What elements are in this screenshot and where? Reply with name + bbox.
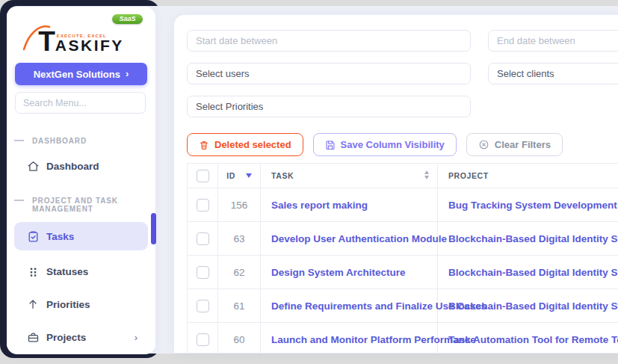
- task-table-body: 156Sales report makingBug Tracking Syste…: [188, 188, 618, 354]
- task-link[interactable]: Launch and Monitor Platform Performance: [271, 334, 476, 345]
- table-actions-row: Deleted selected Save Column Visibility …: [187, 133, 618, 156]
- taskify-app-screenshot: { "brand": { "tagline": "EXECUTE, EXCEL"…: [0, 0, 618, 364]
- project-link[interactable]: Bug Tracking System Development: [448, 200, 617, 211]
- logo-right-block: EXECUTE, EXCEL ASKIFY: [55, 34, 124, 53]
- column-header-id-label: ID: [226, 171, 235, 180]
- workspace-button-label: NextGen Solutions: [34, 69, 120, 80]
- workspace-button[interactable]: NextGen Solutions ›: [15, 63, 147, 85]
- project-link[interactable]: Blockchain-Based Digital Identity System: [448, 267, 618, 278]
- task-id-cell: 62: [218, 256, 261, 289]
- sidebar-item-tasks[interactable]: Tasks: [14, 222, 148, 250]
- briefcase-icon: [26, 330, 40, 344]
- column-header-id[interactable]: ID: [218, 164, 261, 188]
- delete-selected-button[interactable]: Deleted selected: [187, 133, 303, 156]
- sidebar-item-label: Tasks: [46, 231, 74, 242]
- trash-icon: [199, 140, 209, 150]
- home-icon: [26, 159, 40, 173]
- end-date-filter[interactable]: End date between: [488, 30, 618, 52]
- select-users-filter[interactable]: Select users: [187, 63, 471, 84]
- table-row: 62Design System ArchitectureBlockchain-B…: [188, 256, 618, 289]
- task-link[interactable]: Develop User Authentication Module: [271, 233, 447, 244]
- logo-letter-t: T: [38, 31, 55, 53]
- chevron-right-icon: ›: [135, 332, 137, 343]
- sidebar-item-dashboard[interactable]: Dashboard: [14, 154, 148, 178]
- row-checkbox[interactable]: [197, 199, 209, 212]
- sort-descending-icon: [246, 173, 252, 178]
- table-row: 63Develop User Authentication ModuleBloc…: [188, 222, 618, 256]
- project-link[interactable]: Blockchain-Based Digital Identity System: [448, 300, 618, 312]
- table-row: 156Sales report makingBug Tracking Syste…: [188, 188, 618, 222]
- column-header-task-label: TASK: [271, 171, 294, 180]
- task-id-cell: 61: [218, 289, 261, 323]
- project-link[interactable]: Blockchain-Based Digital Identity System: [448, 233, 618, 244]
- column-header-project-label: PROJECT: [448, 171, 489, 180]
- logo-wordmark: ASKIFY: [55, 39, 124, 53]
- column-header-task[interactable]: TASK: [261, 164, 438, 188]
- row-checkbox[interactable]: [197, 333, 209, 346]
- circle-x-icon: [478, 139, 489, 150]
- filter-bar: Start date between End date between Sele…: [187, 30, 618, 117]
- taskify-logo: T EXECUTE, EXCEL ASKIFY SaaS: [25, 20, 138, 53]
- sidebar-item-statuses[interactable]: Statuses: [14, 259, 148, 283]
- tasks-icon: [26, 229, 40, 243]
- save-column-visibility-label: Save Column Visibility: [341, 139, 445, 150]
- table-row: 61Define Requirements and Finalize Use C…: [188, 289, 618, 323]
- sort-both-icon: [424, 170, 429, 179]
- column-header-project[interactable]: PROJECT: [438, 164, 618, 188]
- sidebar-item-label: Dashboard: [46, 161, 99, 172]
- section-label-dashboard: DASHBOARD: [32, 137, 155, 145]
- task-id-cell: 156: [218, 188, 261, 222]
- save-icon: [325, 140, 336, 150]
- arrow-up-icon: [26, 297, 40, 311]
- clear-filters-label: Clear Filters: [495, 139, 551, 150]
- active-item-indicator: [151, 213, 156, 244]
- tasks-table: ID TASK PROJECT 156Sales report makingBu…: [187, 163, 618, 353]
- sidebar-item-label: Priorities: [46, 299, 90, 310]
- sidebar-item-label: Statuses: [46, 266, 88, 277]
- task-link[interactable]: Design System Architecture: [271, 267, 406, 278]
- project-link[interactable]: Task Automation Tool for Remote Teams: [448, 334, 618, 345]
- row-checkbox[interactable]: [197, 300, 209, 312]
- row-checkbox[interactable]: [197, 266, 209, 279]
- clear-filters-button[interactable]: Clear Filters: [466, 133, 563, 156]
- menu-search-input[interactable]: [15, 92, 146, 114]
- statuses-grid-icon: [26, 265, 40, 278]
- row-checkbox[interactable]: [197, 232, 209, 245]
- task-link[interactable]: Sales report making: [271, 200, 368, 211]
- sidebar-item-projects[interactable]: Projects ›: [14, 325, 148, 349]
- select-clients-filter[interactable]: Select clients: [488, 63, 618, 84]
- select-priorities-filter[interactable]: Select Priorities: [187, 96, 471, 117]
- section-label-project-management: PROJECT AND TASK MANAGEMENT: [32, 197, 155, 213]
- select-all-checkbox[interactable]: [197, 170, 209, 182]
- save-column-visibility-button[interactable]: Save Column Visibility: [313, 133, 457, 156]
- sidebar-item-priorities[interactable]: Priorities: [14, 292, 148, 316]
- delete-selected-label: Deleted selected: [214, 139, 291, 150]
- sidebar: T EXECUTE, EXCEL ASKIFY SaaS NextGen Sol…: [7, 7, 155, 354]
- table-row: 60Launch and Monitor Platform Performanc…: [188, 323, 618, 354]
- main-content-card: Start date between End date between Sele…: [174, 15, 618, 353]
- sidebar-item-label: Projects: [46, 332, 86, 343]
- saas-badge: SaaS: [112, 14, 142, 24]
- table-header-row: ID TASK PROJECT: [188, 164, 618, 188]
- task-id-cell: 60: [218, 323, 261, 354]
- chevron-right-icon: ›: [126, 68, 129, 79]
- start-date-filter[interactable]: Start date between: [187, 30, 471, 52]
- task-id-cell: 63: [218, 222, 261, 256]
